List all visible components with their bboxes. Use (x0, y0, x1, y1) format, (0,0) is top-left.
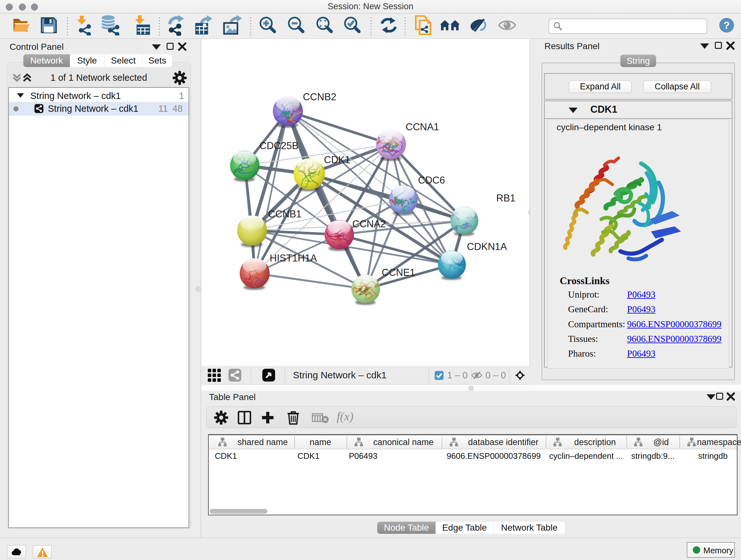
svg-text:CDC25B: CDC25B (259, 140, 298, 151)
svg-text:RB1: RB1 (496, 192, 515, 204)
svg-text:CCNA1: CCNA1 (406, 121, 439, 132)
svg-text:HIST1H1A: HIST1H1A (270, 253, 317, 264)
svg-text:CDC6: CDC6 (418, 175, 445, 186)
svg-text:CCNB1: CCNB1 (268, 208, 301, 220)
svg-text:CDK1: CDK1 (324, 154, 350, 165)
svg-text:CCNB2: CCNB2 (303, 91, 336, 103)
svg-text:?: ? (724, 19, 730, 31)
svg-text:CDKN1A: CDKN1A (467, 241, 507, 252)
svg-text:CCNE1: CCNE1 (382, 267, 415, 278)
svg-text:CCNA2: CCNA2 (352, 219, 386, 230)
